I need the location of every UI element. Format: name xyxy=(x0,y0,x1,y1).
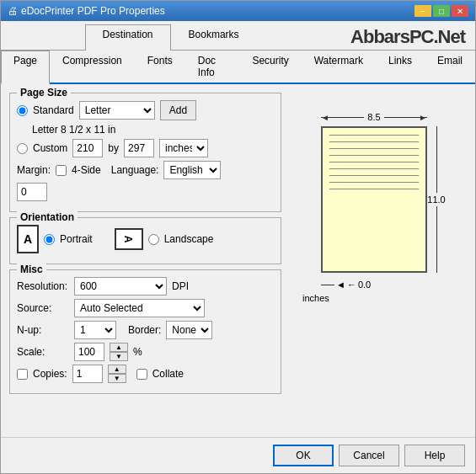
paper-line xyxy=(329,175,419,176)
tab-docinfo[interactable]: Doc Info xyxy=(185,51,240,83)
minimize-button[interactable]: − xyxy=(414,5,431,17)
left-arrow-tip: ◄ xyxy=(321,113,329,122)
by-label: by xyxy=(108,142,119,154)
language-select[interactable]: English French xyxy=(163,161,221,179)
bottom-dimension: ◄ ← 0.0 xyxy=(321,280,427,290)
paper-line xyxy=(329,135,419,136)
scale-down-button[interactable]: ▼ xyxy=(110,352,128,361)
bottom-bar: OK Cancel Help xyxy=(1,437,475,473)
dpi-label: DPI xyxy=(172,280,189,292)
resolution-row: Resolution: 600 300 1200 DPI xyxy=(17,277,274,296)
height-dimension: 11.0 xyxy=(429,126,444,273)
scale-spinner: ▲ ▼ xyxy=(110,343,128,361)
orientation-row: A Portrait A Landscape xyxy=(17,225,274,253)
collate-checkbox[interactable] xyxy=(136,369,147,380)
source-select[interactable]: Auto Selected Tray 1 xyxy=(74,299,205,317)
border-label: Border: xyxy=(128,324,161,336)
title-bar-title: 🖨 eDocPrinter PDF Pro Properties xyxy=(8,5,165,17)
tab-watermark[interactable]: Watermark xyxy=(302,51,376,83)
height-arrow-bottom xyxy=(436,206,437,273)
tabs-row2: Page Compression Fonts Doc Info Security… xyxy=(1,51,475,84)
brand-logo: AbbarsPC.Net xyxy=(340,24,475,50)
copies-spinner: ▲ ▼ xyxy=(108,365,126,383)
bottom-arrow-label: ◄ xyxy=(336,280,345,290)
custom-label: Custom xyxy=(33,142,67,154)
paper-line xyxy=(329,162,419,162)
right-panel: 8.5 ◄ ► xyxy=(281,93,467,429)
paper-select[interactable]: Letter A4 Legal xyxy=(79,101,155,120)
portrait-radio[interactable] xyxy=(44,234,55,245)
copies-row: Copies: ▲ ▼ Collate xyxy=(17,365,274,383)
app-icon: 🖨 xyxy=(8,5,18,17)
border-select[interactable]: None Line xyxy=(166,321,212,339)
standard-label: Standard xyxy=(33,104,74,116)
custom-row: Custom by inches mm xyxy=(17,139,274,157)
collate-label: Collate xyxy=(152,368,184,380)
bottom-dim-label: ← xyxy=(347,280,356,290)
tab-bookmarks[interactable]: Bookmarks xyxy=(171,24,257,50)
tab-destination[interactable]: Destination xyxy=(85,24,171,51)
add-paper-button[interactable]: Add xyxy=(160,100,196,120)
four-side-checkbox[interactable] xyxy=(56,165,67,176)
copies-up-button[interactable]: ▲ xyxy=(108,365,126,374)
landscape-radio[interactable] xyxy=(148,234,159,245)
tabs-row1: Destination Bookmarks AbbarsPC.Net xyxy=(1,21,475,51)
unit-select[interactable]: inches mm xyxy=(159,139,208,157)
ok-button[interactable]: OK xyxy=(273,445,334,466)
margin-value-row xyxy=(17,183,274,201)
custom-height-input[interactable] xyxy=(124,139,154,157)
main-window: 🖨 eDocPrinter PDF Pro Properties − □ ✕ D… xyxy=(0,0,476,474)
right-arrow-tip: ► xyxy=(419,113,427,122)
help-button[interactable]: Help xyxy=(404,445,465,466)
bottom-value: 0.0 xyxy=(358,280,371,290)
nup-label: N-up: xyxy=(17,324,69,336)
paper-line xyxy=(329,155,419,156)
tab-compression[interactable]: Compression xyxy=(50,51,135,83)
misc-label: Misc xyxy=(17,264,46,275)
close-button[interactable]: ✕ xyxy=(452,5,468,17)
tab-fonts[interactable]: Fonts xyxy=(135,51,185,83)
copies-down-button[interactable]: ▼ xyxy=(108,374,126,383)
page-diagram: 8.5 ◄ ► xyxy=(302,109,446,303)
tab-security[interactable]: Security xyxy=(239,51,301,83)
custom-radio[interactable] xyxy=(17,143,28,154)
landscape-icon: A xyxy=(115,228,143,250)
paper-desc-row: Letter 8 1/2 x 11 in xyxy=(17,124,274,136)
copies-input[interactable] xyxy=(72,365,103,383)
cancel-button[interactable]: Cancel xyxy=(339,445,399,466)
main-area: Page Size Standard Letter A4 Legal Add L… xyxy=(9,93,467,429)
maximize-button[interactable]: □ xyxy=(433,5,450,17)
copies-checkbox[interactable] xyxy=(17,369,28,380)
title-bar-controls: − □ ✕ xyxy=(414,5,468,17)
copies-label: Copies: xyxy=(33,368,67,380)
scale-row: Scale: ▲ ▼ % xyxy=(17,343,274,361)
tab-page[interactable]: Page xyxy=(1,51,50,84)
margin-value-input[interactable] xyxy=(17,183,47,201)
tab-email[interactable]: Email xyxy=(425,51,475,83)
left-panel: Page Size Standard Letter A4 Legal Add L… xyxy=(9,93,281,429)
orientation-group: Orientation A Portrait A Landscap xyxy=(9,217,281,264)
paper-preview xyxy=(321,126,427,273)
paper-line xyxy=(329,141,419,142)
custom-width-input[interactable] xyxy=(72,139,103,157)
standard-radio[interactable] xyxy=(17,105,28,116)
width-value: 8.5 xyxy=(367,112,380,122)
paper-lines xyxy=(323,128,425,189)
portrait-icon: A xyxy=(17,225,39,253)
orientation-label: Orientation xyxy=(17,211,78,223)
scale-label: Scale: xyxy=(17,346,69,358)
resolution-label: Resolution: xyxy=(17,280,69,292)
tab-links[interactable]: Links xyxy=(376,51,425,83)
paper-line xyxy=(329,189,419,189)
portrait-label: Portrait xyxy=(60,233,93,245)
nup-row: N-up: 1 2 4 Border: None Line xyxy=(17,321,274,339)
scale-input[interactable] xyxy=(74,343,104,361)
source-row: Source: Auto Selected Tray 1 xyxy=(17,299,274,317)
margin-label: Margin: xyxy=(17,164,51,176)
percent-label: % xyxy=(133,346,142,358)
resolution-select[interactable]: 600 300 1200 xyxy=(74,277,167,296)
width-dimension: 8.5 xyxy=(321,109,427,125)
scale-up-button[interactable]: ▲ xyxy=(110,343,128,352)
nup-select[interactable]: 1 2 4 xyxy=(74,321,116,339)
page-content: Page Size Standard Letter A4 Legal Add L… xyxy=(1,84,475,437)
